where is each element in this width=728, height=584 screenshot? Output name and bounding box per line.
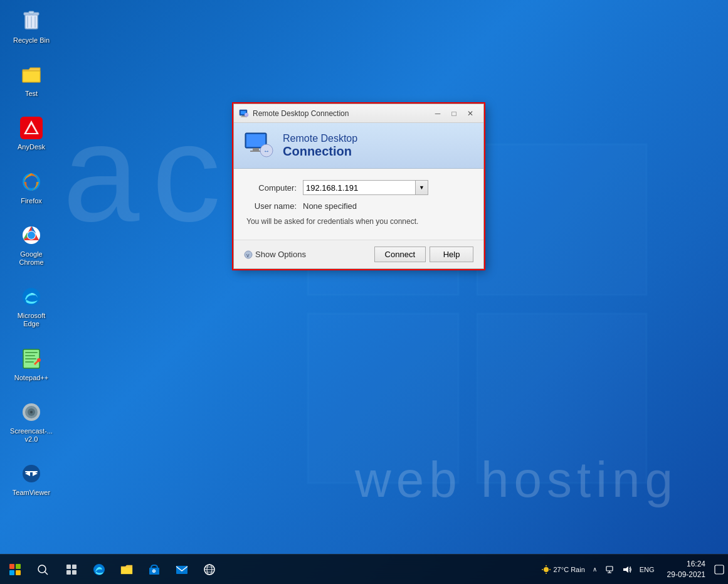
rdp-header-line1: Remote Desktop (283, 133, 357, 144)
svg-point-24 (37, 358, 41, 362)
desktop-icon-test[interactable]: Test (6, 60, 56, 100)
desktop-icon-anydesk[interactable]: AnyDesk (6, 113, 56, 154)
svg-point-62 (544, 567, 549, 572)
svg-rect-52 (72, 570, 76, 575)
taskbar-language[interactable]: ENG (637, 566, 657, 573)
svg-text:↔: ↔ (246, 114, 248, 117)
rdp-connect-button[interactable]: Connect (374, 247, 426, 262)
clock-date: 29-09-2021 (667, 570, 705, 580)
desktop-icon-firefox[interactable]: Firefox (6, 167, 56, 208)
svg-marker-70 (623, 566, 628, 573)
svg-rect-9 (29, 11, 34, 14)
anydesk-icon (19, 115, 44, 141)
taskbar-edge[interactable] (85, 555, 113, 585)
notepadpp-label: Notepad++ (14, 374, 48, 382)
rdp-computer-input[interactable] (303, 180, 416, 195)
taskbar-systray: 27°C Rain ∧ (534, 565, 662, 575)
taskbar-tray-expand[interactable]: ∧ (590, 566, 599, 573)
rdp-info-text: You will be asked for credentials when y… (246, 217, 471, 226)
taskbar-mail[interactable] (168, 555, 196, 585)
svg-rect-40 (246, 134, 265, 147)
rdp-username-row: User name: None specified (246, 201, 471, 211)
rdp-body: Computer: ▼ User name: None specified Yo… (234, 169, 483, 240)
svg-line-48 (45, 571, 48, 575)
rdp-computer-dropdown[interactable]: ▼ (416, 180, 428, 195)
search-icon (36, 563, 49, 576)
taskbar-weather[interactable]: 27°C Rain (539, 565, 588, 575)
svg-text:⊕: ⊕ (152, 568, 156, 574)
recycle-bin-icon (19, 9, 44, 34)
recycle-bin-label: Recycle Bin (13, 36, 50, 45)
rdp-minimize-button[interactable]: ─ (430, 106, 446, 121)
desktop: acct web hosting (0, 0, 728, 584)
rdp-header-line2: Connection (283, 144, 357, 159)
taskbar-clock[interactable]: 16:24 29-09-2021 (662, 559, 710, 580)
svg-rect-56 (176, 566, 187, 574)
rdp-title-text: Remote Desktop Connection (253, 109, 430, 118)
svg-point-17 (28, 231, 35, 239)
windows-logo-icon (9, 564, 21, 575)
rdp-close-button[interactable]: ✕ (462, 106, 478, 121)
teamviewer-icon (19, 461, 44, 486)
rdp-computer-row: Computer: ▼ (246, 180, 471, 195)
weather-text: 27°C Rain (554, 566, 585, 573)
taskbar-network[interactable] (602, 565, 617, 575)
rdp-window-buttons: ─ □ ✕ (430, 106, 478, 121)
rdp-computer-input-wrapper: ▼ (303, 180, 471, 195)
taskbar-globe[interactable] (196, 555, 223, 585)
test-folder-icon (19, 62, 44, 87)
edge-icon (19, 284, 44, 309)
notepadpp-icon (19, 346, 44, 371)
network-icon (604, 565, 615, 575)
svg-rect-30 (25, 471, 38, 472)
desktop-icon-screencast[interactable]: Screencast-... v2.0 (6, 397, 56, 446)
rdp-dialog: ↔ Remote Desktop Connection ─ □ ✕ (233, 104, 484, 269)
taskbar-task-view[interactable] (58, 555, 85, 585)
mail-icon (175, 563, 189, 576)
taskbar-file-explorer[interactable] (113, 555, 140, 585)
test-folder-label: Test (25, 90, 38, 98)
svg-rect-51 (66, 570, 71, 575)
anydesk-label: AnyDesk (18, 143, 45, 151)
rdp-footer-buttons: Connect Help (374, 247, 473, 262)
language-text: ENG (640, 566, 655, 573)
screencast-icon (19, 400, 44, 425)
svg-rect-23 (25, 361, 34, 363)
svg-rect-21 (25, 355, 35, 356)
svg-marker-2 (308, 314, 458, 483)
chrome-icon (19, 223, 44, 248)
svg-point-28 (30, 411, 33, 413)
taskbar-items: ⊕ (55, 555, 534, 585)
volume-icon (622, 565, 632, 575)
taskbar-search-button[interactable] (30, 555, 55, 585)
weather-icon (541, 565, 551, 575)
svg-rect-22 (25, 358, 36, 359)
svg-text:v: v (246, 252, 250, 258)
desktop-icon-recycle-bin[interactable]: Recycle Bin (6, 6, 56, 47)
desktop-icon-microsoft-edge[interactable]: Microsoft Edge (6, 282, 56, 331)
rdp-show-options[interactable]: v Show Options (244, 250, 374, 259)
svg-marker-1 (477, 144, 646, 295)
desktop-icon-notepadpp[interactable]: Notepad++ (6, 344, 56, 385)
rdp-maximize-button[interactable]: □ (446, 106, 462, 121)
rdp-header-icon: ↔ (244, 130, 274, 161)
show-options-icon: v (244, 250, 253, 259)
clock-time: 16:24 (687, 559, 705, 570)
desktop-icon-google-chrome[interactable]: Google Chrome (6, 220, 56, 269)
watermark-text: web hosting (355, 451, 678, 509)
rdp-help-button[interactable]: Help (430, 247, 473, 262)
rdp-computer-label: Computer: (246, 183, 303, 193)
svg-rect-71 (715, 565, 724, 574)
svg-rect-20 (25, 352, 38, 353)
taskbar-store[interactable]: ⊕ (140, 555, 168, 585)
svg-rect-41 (253, 148, 259, 151)
desktop-icon-teamviewer[interactable]: TeamViewer (6, 459, 56, 499)
taskbar-volume[interactable] (620, 565, 635, 575)
taskbar: ⊕ (0, 554, 728, 584)
screencast-label: Screencast-... v2.0 (9, 427, 54, 443)
rdp-footer: v Show Options Connect Help (234, 240, 483, 268)
taskbar-notification-button[interactable] (710, 555, 728, 585)
rdp-username-value: None specified (303, 201, 357, 211)
file-explorer-icon (120, 563, 134, 576)
start-button[interactable] (0, 555, 30, 585)
